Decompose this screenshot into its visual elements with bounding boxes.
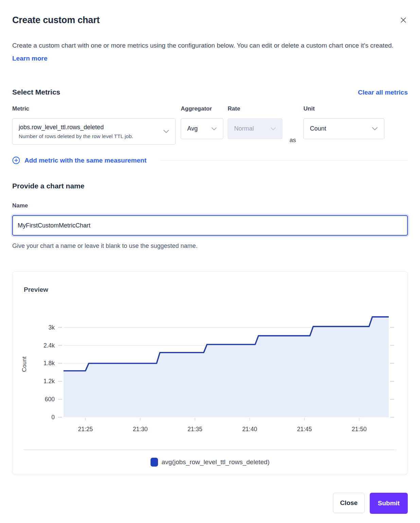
dialog-header: Create custom chart — [12, 15, 408, 26]
svg-text:3k: 3k — [49, 324, 55, 331]
metric-select[interactable]: jobs.row_level_ttl.rows_deleted Number o… — [12, 118, 176, 145]
svg-text:21:45: 21:45 — [297, 426, 312, 433]
description-text: Create a custom chart with one or more m… — [12, 42, 393, 49]
select-metrics-header: Select Metrics Clear all metrics — [12, 88, 408, 96]
chart-name-input[interactable] — [12, 215, 408, 236]
aggregator-column: Aggregator Avg — [181, 105, 223, 139]
name-label: Name — [12, 202, 408, 209]
rate-column: Rate Normal — [228, 105, 282, 139]
name-helper-text: Give your chart a name or leave it blank… — [12, 242, 408, 250]
chevron-down-icon — [372, 127, 378, 131]
add-metric-button[interactable]: Add metric with the same measurement — [12, 156, 146, 164]
svg-text:21:30: 21:30 — [133, 426, 148, 433]
metric-config-row: Metric jobs.row_level_ttl.rows_deleted N… — [12, 105, 408, 145]
aggregator-label: Aggregator — [181, 105, 223, 112]
as-label: as — [290, 137, 296, 144]
rate-label: Rate — [228, 105, 282, 112]
chevron-down-icon — [211, 127, 217, 131]
submit-button[interactable]: Submit — [370, 493, 408, 514]
unit-select[interactable]: Count — [303, 118, 384, 139]
dialog-footer: Close Submit — [12, 493, 408, 514]
aggregator-select[interactable]: Avg — [181, 118, 223, 139]
svg-text:0: 0 — [51, 414, 55, 421]
svg-text:21:35: 21:35 — [188, 426, 203, 433]
clear-all-metrics-link[interactable]: Clear all metrics — [358, 89, 408, 96]
metric-select-description: Number of rows deleted by the row level … — [19, 133, 133, 139]
metric-column: Metric jobs.row_level_ttl.rows_deleted N… — [12, 105, 176, 145]
close-footer-button[interactable]: Close — [333, 493, 365, 513]
learn-more-link[interactable]: Learn more — [12, 55, 47, 62]
chevron-down-icon — [270, 127, 276, 131]
svg-text:1.2k: 1.2k — [43, 378, 55, 385]
page-title: Create custom chart — [12, 15, 100, 26]
rate-select-disabled: Normal — [228, 118, 282, 139]
unit-label: Unit — [303, 105, 384, 112]
chevron-down-icon — [163, 130, 169, 133]
metric-select-value: jobs.row_level_ttl.rows_deleted — [19, 124, 133, 131]
svg-text:1.8k: 1.8k — [43, 360, 55, 367]
preview-chart: 06001.2k1.8k2.4k3k21:2521:3021:3521:4021… — [13, 296, 407, 444]
close-button[interactable] — [399, 16, 408, 26]
create-custom-chart-dialog: Create custom chart Create a custom char… — [0, 15, 420, 514]
chart-legend: avg(jobs_row_level_ttl_rows_deleted) — [13, 450, 407, 474]
aggregator-select-value: Avg — [187, 125, 198, 132]
add-metric-row: Add metric with the same measurement — [12, 156, 408, 164]
svg-text:600: 600 — [45, 396, 55, 403]
legend-swatch — [151, 458, 158, 467]
legend-label: avg(jobs_row_level_ttl_rows_deleted) — [162, 458, 270, 466]
divider — [160, 160, 408, 161]
unit-column: Unit Count — [303, 105, 384, 139]
preview-card: Preview 06001.2k1.8k2.4k3k21:2521:3021:3… — [12, 271, 408, 474]
svg-text:21:25: 21:25 — [78, 426, 93, 433]
add-metric-label: Add metric with the same measurement — [24, 157, 146, 164]
unit-select-value: Count — [310, 125, 326, 132]
svg-text:2.4k: 2.4k — [43, 342, 55, 349]
svg-text:Count: Count — [21, 356, 28, 372]
preview-heading: Preview — [13, 272, 407, 293]
dialog-description: Create a custom chart with one or more m… — [12, 39, 403, 65]
svg-text:21:50: 21:50 — [352, 426, 367, 433]
metric-label: Metric — [12, 105, 176, 112]
chart-name-heading: Provide a chart name — [12, 182, 408, 190]
close-icon — [400, 16, 407, 24]
rate-select-value: Normal — [234, 125, 254, 132]
select-metrics-heading: Select Metrics — [12, 88, 60, 96]
plus-circle-icon — [12, 156, 20, 164]
svg-text:21:40: 21:40 — [242, 426, 257, 433]
